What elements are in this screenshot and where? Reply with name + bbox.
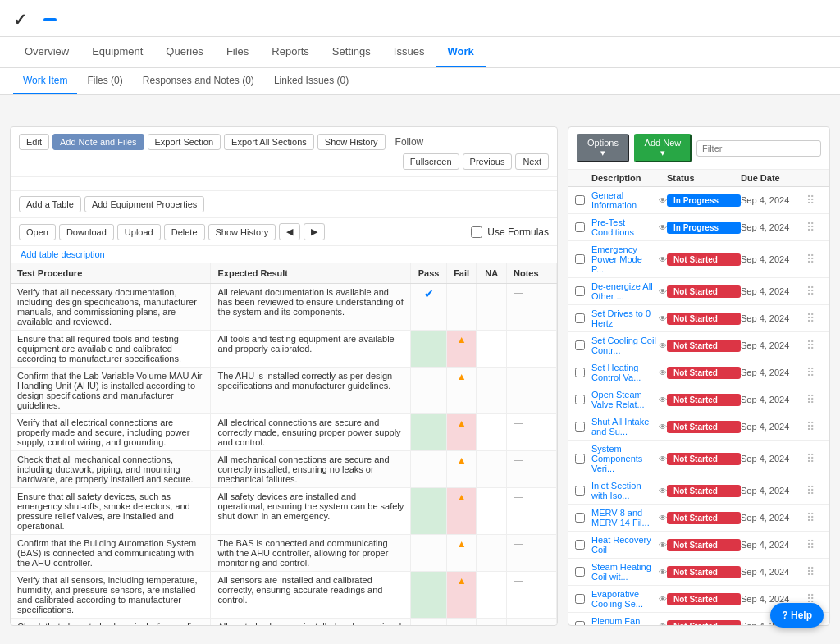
fail-cell[interactable]: ▲ (446, 414, 477, 451)
row-description[interactable]: General Information 👁 (591, 190, 667, 210)
pass-cell[interactable] (411, 619, 446, 626)
eye-icon[interactable]: 👁 (659, 223, 667, 232)
na-cell[interactable] (477, 414, 507, 451)
notes-cell[interactable]: — (506, 572, 556, 619)
drag-icon[interactable]: ⠿ (806, 366, 823, 379)
list-item[interactable]: System Components Veri... 👁 Not Started … (568, 441, 829, 477)
eye-icon[interactable]: 👁 (659, 255, 667, 264)
list-item[interactable]: Set Heating Control Va... 👁 Not Started … (568, 359, 829, 386)
tab-queries[interactable]: Queries (154, 37, 215, 67)
pass-cell[interactable] (411, 572, 446, 619)
na-cell[interactable] (477, 619, 507, 626)
row-description[interactable]: Evaporative Cooling Se... 👁 (591, 589, 667, 609)
fullscreen-button[interactable]: Fullscreen (403, 153, 459, 170)
na-cell[interactable] (477, 331, 507, 368)
arrow-left-button[interactable]: ◀ (279, 223, 300, 240)
notes-cell[interactable]: — (506, 414, 556, 451)
eye-icon[interactable]: 👁 (659, 368, 667, 377)
arrow-right-button[interactable]: ▶ (304, 223, 325, 240)
add-note-button[interactable]: Add Note and Files (52, 134, 144, 150)
row-description[interactable]: Open Steam Valve Relat... 👁 (591, 390, 667, 409)
eye-icon[interactable]: 👁 (659, 287, 667, 296)
row-checkbox[interactable] (575, 395, 585, 404)
pass-cell[interactable] (411, 451, 446, 488)
eye-icon[interactable]: 👁 (659, 422, 667, 432)
help-button[interactable]: ? Help (770, 603, 824, 628)
drag-icon[interactable]: ⠿ (806, 253, 823, 266)
tab-overview[interactable]: Overview (13, 37, 80, 67)
notes-cell[interactable]: — (506, 535, 556, 572)
list-item[interactable]: Emergency Power Mode P... 👁 Not Started … (568, 241, 829, 278)
row-checkbox[interactable] (575, 540, 585, 550)
row-description[interactable]: Set Cooling Coil Contr... 👁 (591, 336, 667, 355)
notes-cell[interactable]: — (506, 331, 556, 368)
pass-cell[interactable] (411, 368, 446, 414)
add-table-desc[interactable]: Add table description (11, 246, 557, 263)
eye-icon[interactable]: 👁 (659, 541, 667, 550)
breadcrumb[interactable] (0, 95, 840, 120)
drag-icon[interactable]: ⠿ (806, 420, 823, 433)
eye-icon[interactable]: 👁 (659, 395, 667, 404)
pass-cell[interactable] (411, 488, 446, 535)
list-item[interactable]: Set Cooling Coil Contr... 👁 Not Started … (568, 332, 829, 359)
eye-icon[interactable]: 👁 (659, 196, 667, 205)
list-item[interactable]: Heat Recovery Coil 👁 Not Started Sep 4, … (568, 532, 829, 559)
list-item[interactable]: MERV 8 and MERV 14 Fil... 👁 Not Started … (568, 505, 829, 532)
notes-cell[interactable]: — (506, 451, 556, 488)
pass-cell[interactable]: ✔ (411, 284, 446, 331)
drag-icon[interactable]: ⠿ (806, 538, 823, 551)
export-all-button[interactable]: Export All Sections (224, 134, 314, 150)
na-cell[interactable] (477, 451, 507, 488)
eye-icon[interactable]: 👁 (659, 568, 667, 577)
fail-cell[interactable]: ▲ (446, 619, 477, 626)
row-checkbox[interactable] (575, 454, 585, 464)
follow-button[interactable]: Follow (395, 136, 424, 148)
add-table-button[interactable]: Add a Table (19, 196, 81, 212)
eye-icon[interactable]: 👁 (659, 622, 667, 626)
row-description[interactable]: Inlet Section with Iso... 👁 (591, 481, 667, 500)
notes-cell[interactable]: — (506, 619, 556, 626)
list-item[interactable]: Inlet Section with Iso... 👁 Not Started … (568, 477, 829, 505)
sub-tab-files[interactable]: Files (0) (77, 68, 132, 94)
list-item[interactable]: Pre-Test Conditions 👁 In Progress Sep 4,… (568, 214, 829, 241)
row-description[interactable]: Shut All Intake and Su... 👁 (591, 417, 667, 436)
row-checkbox[interactable] (575, 486, 585, 496)
sub-tab-work-item[interactable]: Work Item (13, 68, 77, 94)
row-description[interactable]: Heat Recovery Coil 👁 (591, 535, 667, 555)
row-description[interactable]: MERV 8 and MERV 14 Fil... 👁 (591, 508, 667, 528)
row-checkbox[interactable] (575, 222, 585, 232)
fail-cell[interactable]: ▲ (446, 451, 477, 488)
drag-icon[interactable]: ⠿ (806, 194, 823, 207)
fail-cell[interactable]: ▲ (446, 572, 477, 619)
drag-icon[interactable]: ⠿ (806, 393, 823, 406)
list-item[interactable]: Set Drives to 0 Hertz 👁 Not Started Sep … (568, 305, 829, 332)
fail-cell[interactable]: ▲ (446, 535, 477, 572)
eye-icon[interactable]: 👁 (659, 314, 667, 323)
edit-button[interactable]: Edit (19, 134, 49, 150)
row-checkbox[interactable] (575, 195, 585, 205)
list-item[interactable]: Shut All Intake and Su... 👁 Not Started … (568, 413, 829, 441)
delete-button[interactable]: Delete (164, 224, 205, 240)
drag-icon[interactable]: ⠿ (806, 339, 823, 352)
tab-settings[interactable]: Settings (321, 37, 382, 67)
na-cell[interactable] (477, 284, 507, 331)
tab-reports[interactable]: Reports (260, 37, 321, 67)
row-description[interactable]: Set Drives to 0 Hertz 👁 (591, 308, 667, 328)
pass-cell[interactable] (411, 331, 446, 368)
na-cell[interactable] (477, 488, 507, 535)
pass-cell[interactable] (411, 414, 446, 451)
row-description[interactable]: Steam Heating Coil wit... 👁 (591, 562, 667, 582)
download-button[interactable]: Download (59, 224, 114, 240)
list-item[interactable]: General Information 👁 In Progress Sep 4,… (568, 187, 829, 214)
row-checkbox[interactable] (575, 286, 585, 296)
row-checkbox[interactable] (575, 422, 585, 432)
row-checkbox[interactable] (575, 368, 585, 377)
next-button[interactable]: Next (515, 153, 549, 170)
notes-cell[interactable]: — (506, 284, 556, 331)
show-history-file-button[interactable]: Show History (208, 224, 276, 240)
drag-icon[interactable]: ⠿ (806, 511, 823, 524)
drag-icon[interactable]: ⠿ (806, 565, 823, 578)
eye-icon[interactable]: 👁 (659, 454, 667, 464)
na-cell[interactable] (477, 535, 507, 572)
eye-icon[interactable]: 👁 (659, 514, 667, 523)
